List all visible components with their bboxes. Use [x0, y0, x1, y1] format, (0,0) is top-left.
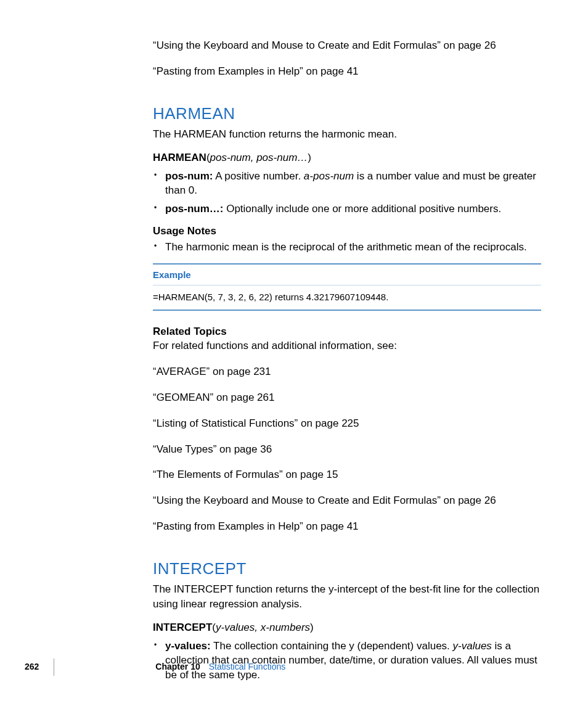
- usage-notes-heading: Usage Notes: [153, 224, 541, 239]
- syntax-line: INTERCEPT(y-values, x-numbers): [153, 620, 541, 635]
- usage-list: The harmonic mean is the reciprocal of t…: [153, 240, 541, 255]
- param-text-pre: The collection containing the y (depende…: [211, 640, 453, 652]
- xref-link[interactable]: “Using the Keyboard and Mouse to Create …: [153, 38, 541, 53]
- xref-link[interactable]: “GEOMEAN” on page 261: [153, 390, 541, 405]
- param-ital: a-pos-num: [304, 170, 354, 182]
- page-content: “Using the Keyboard and Mouse to Create …: [153, 38, 541, 686]
- param-item: pos-num…: Optionally include one or more…: [163, 202, 541, 216]
- xref-link[interactable]: “The Elements of Formulas” on page 15: [153, 467, 541, 482]
- param-ital: y-values: [453, 640, 492, 652]
- syntax-close: ): [308, 152, 311, 163]
- section-heading-intercept: INTERCEPT: [153, 557, 541, 580]
- xref-link[interactable]: “Value Types” on page 36: [153, 442, 541, 457]
- page-footer: 262 Chapter 10 Statistical Functions: [25, 659, 530, 676]
- param-name: pos-num…:: [165, 203, 223, 215]
- usage-item: The harmonic mean is the reciprocal of t…: [163, 240, 541, 255]
- param-item: pos-num: A positive number. a-pos-num is…: [163, 169, 541, 199]
- example-box: Example =HARMEAN(5, 7, 3, 2, 6, 22) retu…: [153, 263, 541, 311]
- example-heading: Example: [153, 265, 541, 285]
- xref-link[interactable]: “Pasting from Examples in Help” on page …: [153, 64, 541, 79]
- footer-divider: [54, 659, 54, 676]
- related-topics-desc: For related functions and additional inf…: [153, 339, 541, 353]
- example-body: =HARMEAN(5, 7, 3, 2, 6, 22) returns 4.32…: [153, 285, 541, 310]
- syntax-name: HARMEAN: [153, 152, 206, 163]
- xref-link[interactable]: “Listing of Statistical Functions” on pa…: [153, 416, 541, 431]
- page-number: 262: [25, 661, 39, 673]
- related-topics-heading: Related Topics: [153, 324, 541, 339]
- xref-link[interactable]: “Pasting from Examples in Help” on page …: [153, 519, 541, 534]
- section-desc: The INTERCEPT function returns the y-int…: [153, 582, 541, 612]
- syntax-line: HARMEAN(pos-num, pos-num…): [153, 150, 541, 165]
- param-name: y-values:: [165, 640, 211, 652]
- syntax-args: pos-num, pos-num…: [210, 152, 308, 163]
- param-list: pos-num: A positive number. a-pos-num is…: [153, 169, 541, 216]
- xref-link[interactable]: “AVERAGE” on page 231: [153, 364, 541, 379]
- chapter-name: Statistical Functions: [209, 661, 286, 673]
- xref-link[interactable]: “Using the Keyboard and Mouse to Create …: [153, 493, 541, 508]
- syntax-close: ): [310, 622, 314, 633]
- param-name: pos-num:: [165, 170, 213, 182]
- param-text-pre: Optionally include one or more additiona…: [223, 203, 501, 215]
- section-heading-harmean: HARMEAN: [153, 102, 541, 125]
- syntax-name: INTERCEPT: [153, 622, 212, 633]
- section-desc: The HARMEAN function returns the harmoni…: [153, 127, 541, 142]
- chapter-label: Chapter 10: [155, 661, 200, 673]
- param-text-pre: A positive number.: [213, 170, 303, 182]
- syntax-args: y-values, x-numbers: [216, 622, 310, 633]
